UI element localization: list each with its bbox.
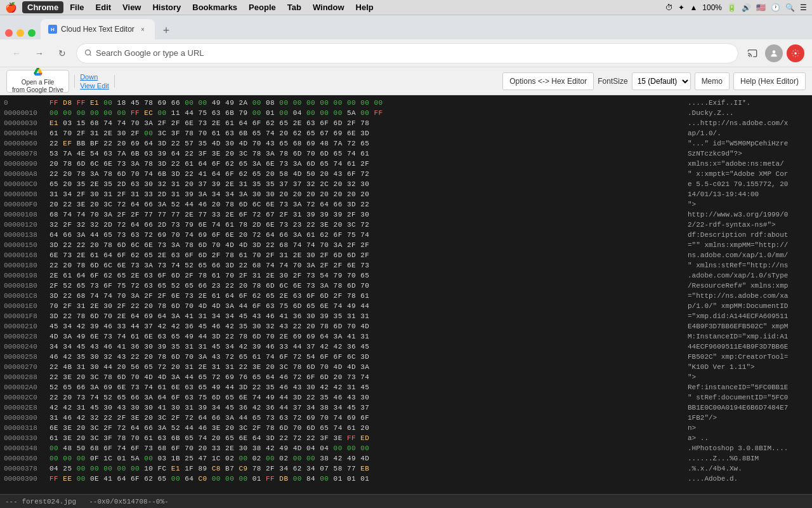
help-btn[interactable]: Help (Hex Editor) <box>733 72 806 90</box>
apple-menu[interactable]: 🍎 <box>5 2 17 13</box>
wifi-icon: ▲ <box>690 3 697 12</box>
tab-favicon: H <box>48 25 57 34</box>
hex-bytes: 2E 61 64 6F 62 65 2E 63 6F 6D 2F 78 61 7… <box>49 272 681 279</box>
hex-bytes: 31 34 2F 30 31 2F 31 33 2D 31 39 3A 34 3… <box>49 190 681 198</box>
table-row: 00000300 31 46 42 32 22 2F 3E 20 3C 2F 7… <box>0 413 812 423</box>
menubar-tab[interactable]: Tab <box>282 1 306 13</box>
hex-address: 00000270 <box>4 363 49 371</box>
cast-btn[interactable] <box>743 44 761 62</box>
hex-ascii: ="" xmlns:xmpMM="http:// <box>681 241 808 249</box>
hex-bytes: FF EE 00 0E 41 64 6F 62 65 00 64 C0 00 0… <box>49 475 681 483</box>
hex-bytes: 4D 3A 49 6E 73 74 61 6E 63 65 49 44 3D 2… <box>49 333 681 340</box>
menu-icon[interactable]: ☰ <box>800 3 807 12</box>
refresh-btn[interactable]: ↻ <box>53 44 71 62</box>
hex-address: 00000078 <box>4 150 49 157</box>
toolbar-divider-2 <box>114 75 115 88</box>
hex-address: 000000D8 <box>4 190 49 198</box>
hex-ascii: "K10D Ver 1.11"> <box>681 363 808 371</box>
menubar-people[interactable]: People <box>244 1 281 13</box>
hex-address: 00000090 <box>4 160 49 168</box>
hex-address: 00000108 <box>4 211 49 218</box>
window-close-btn[interactable] <box>5 29 13 37</box>
hex-bytes: 22 20 78 3A 78 6D 70 74 6B 3D 22 41 64 6… <box>49 170 681 178</box>
new-tab-btn[interactable]: + <box>157 22 175 39</box>
fontsize-label: FontSize <box>598 77 627 86</box>
hex-address: 0 <box>4 99 49 107</box>
hex-ascii: ....Adobe.d. <box>681 475 808 483</box>
menubar-view[interactable]: View <box>117 1 146 13</box>
hex-address: 00000030 <box>4 119 49 127</box>
browser-tab[interactable]: H Cloud Hex Text Editor × <box>41 19 155 39</box>
window-minimize-btn[interactable] <box>16 29 24 37</box>
hex-ascii: Ref:instanceID="5FC0BB1E <box>681 384 808 391</box>
hex-address: 000002C0 <box>4 394 49 401</box>
menubar-window[interactable]: Window <box>308 1 350 13</box>
toolbar-divider-1 <box>74 75 75 88</box>
forward-btn[interactable]: → <box>30 44 48 62</box>
status-position: --0x0/0x514708--0%- <box>89 498 168 505</box>
svg-point-2 <box>773 50 776 53</box>
hex-ascii: 44ECF9609511E4B9F3D7BB6E <box>681 343 808 351</box>
back-btn[interactable]: ← <box>8 44 25 62</box>
address-bar[interactable]: Search Google or type a URL <box>76 43 738 64</box>
hex-ascii: " xmlns:stRef="http://ns <box>681 262 808 269</box>
toolbar-options: Options <-> Hex Editor FontSize 15 (Defa… <box>502 72 806 90</box>
tab-close-btn[interactable]: × <box>138 25 147 34</box>
profile-btn[interactable] <box>765 44 783 62</box>
table-row: 00000198 2E 61 64 6F 62 65 2E 63 6F 6D 2… <box>0 271 812 281</box>
hex-address: 00000150 <box>4 241 49 249</box>
hex-bytes: 22 3E 20 3C 78 6D 70 4D 4D 3A 44 65 72 6… <box>49 373 681 381</box>
table-row: 000000F0 20 22 3E 20 3C 72 64 66 3A 52 4… <box>0 199 812 210</box>
hex-bytes: 2F 52 65 73 6F 75 72 63 65 52 65 66 23 2… <box>49 282 681 290</box>
hex-ascii: .%.x./4b4.Xw. <box>681 465 808 472</box>
hex-ascii: 1FB2"/> <box>681 414 808 422</box>
hex-ascii: ="xmp.did:A144ECFA609511 <box>681 312 808 320</box>
menubar-bookmarks[interactable]: Bookmarks <box>187 1 242 13</box>
hex-ascii: ns.adobe.com/xap/1.0/mm/ <box>681 251 808 259</box>
gdrive-btn-line1: Open a File <box>22 79 55 86</box>
hex-ascii: .adobe.com/xap/1.0/sType <box>681 272 808 279</box>
hex-bytes: 3D 22 78 6D 70 2E 64 69 64 3A 41 31 34 3… <box>49 312 681 320</box>
hex-ascii: xmlns:x="adobe:ns:meta/ <box>681 160 808 168</box>
options-hex-editor-btn[interactable]: Options <-> Hex Editor <box>502 72 594 90</box>
hex-ascii: df:Description rdf:about <box>681 231 808 239</box>
table-row: 00000240 34 34 45 43 46 41 36 30 39 35 3… <box>0 342 812 352</box>
notifications-btn[interactable] <box>787 44 804 62</box>
table-row: 00000138 64 66 3A 44 65 73 63 72 69 70 7… <box>0 230 812 240</box>
memo-btn[interactable]: Memo <box>695 72 730 90</box>
fontsize-select[interactable]: 15 (Default) 10 12 14 18 20 <box>632 72 691 90</box>
menubar-edit[interactable]: Edit <box>91 1 117 13</box>
hex-content[interactable]: 0 FF D8 FF E1 00 18 45 78 69 66 00 00 49… <box>0 95 812 494</box>
menubar: 🍎 Chrome File Edit View History Bookmark… <box>0 0 812 15</box>
time-machine-icon: ⏱ <box>665 3 673 12</box>
menubar-file[interactable]: File <box>65 1 89 13</box>
hex-bytes: 3D 22 22 20 78 6D 6C 6E 73 3A 78 6D 70 4… <box>49 241 681 249</box>
battery-icon: 🔋 <box>727 3 737 12</box>
hex-address: 00000240 <box>4 343 49 351</box>
table-row: 000002A0 52 65 66 3A 69 6E 73 74 61 6E 6… <box>0 382 812 392</box>
hex-bytes: 45 34 42 39 46 33 44 37 42 42 36 45 46 4… <box>49 323 681 330</box>
volume-icon: 🔊 <box>742 3 751 12</box>
menubar-chrome[interactable]: Chrome <box>22 1 63 13</box>
table-row: 00000030 E1 03 15 68 74 74 70 3A 2F 2F 6… <box>0 118 812 128</box>
sidebar-link-down[interactable]: Down <box>80 73 109 81</box>
hex-address: 000001E0 <box>4 302 49 310</box>
window-maximize-btn[interactable] <box>28 29 36 37</box>
table-row: 00000090 20 78 6D 6C 6E 73 3A 78 3D 22 6… <box>0 159 812 169</box>
gdrive-btn-line2: from Google Drive <box>12 86 63 94</box>
hex-editor: 0 FF D8 FF E1 00 18 45 78 69 66 00 00 49… <box>0 95 812 508</box>
search-menubar-icon[interactable]: 🔍 <box>785 3 795 12</box>
hex-address: 00000288 <box>4 373 49 381</box>
table-row: 00000390 FF EE 00 0E 41 64 6F 62 65 00 6… <box>0 474 812 484</box>
menubar-help[interactable]: Help <box>351 1 379 13</box>
table-row: 00000378 04 25 00 00 00 00 00 10 FC E1 1… <box>0 464 812 474</box>
hex-address: 00000258 <box>4 353 49 361</box>
open-gdrive-btn[interactable]: Open a File from Google Drive <box>6 70 69 93</box>
sidebar-link-view[interactable]: View Edit <box>80 82 109 90</box>
hex-bytes: 20 22 3E 20 3C 72 64 66 3A 52 44 46 20 7… <box>49 201 681 208</box>
menubar-history[interactable]: History <box>147 1 186 13</box>
hex-ascii: "> <box>681 201 808 208</box>
hex-address: 00000180 <box>4 262 49 269</box>
hex-bytes: 68 74 74 70 3A 2F 2F 77 77 77 2E 77 33 2… <box>49 211 681 218</box>
table-row: 000001C8 3D 22 68 74 74 70 3A 2F 2F 6E 7… <box>0 291 812 301</box>
